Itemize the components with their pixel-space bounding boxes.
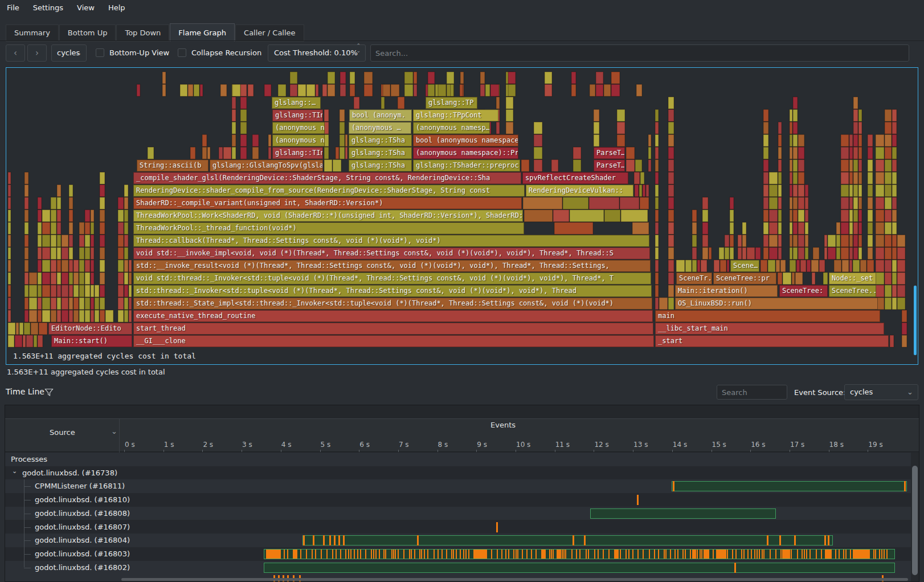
timeline-span-bar[interactable] — [302, 535, 833, 546]
flame-frame[interactable]: std::thread::_Invoker<std::tuple<void (*… — [133, 285, 652, 297]
flame-frame[interactable]: RenderingDevice::shader_compile_from_sou… — [133, 185, 525, 197]
flame-frame[interactable]: (anonymous namesp… — [413, 122, 490, 134]
source-column-header[interactable]: Source — [50, 428, 75, 437]
spin-up-icon[interactable]: ⌃⌄ — [356, 43, 361, 54]
timeline-row[interactable]: godot.linuxbsd. (#16807) — [5, 520, 911, 534]
flame-frame[interactable]: SceneTr.. — [676, 272, 712, 284]
timeline-row-label[interactable]: godot.linuxbsd. (#16807) — [35, 523, 130, 531]
flame-frame[interactable]: spvReflectCreateShader — [522, 172, 628, 184]
flame-frame[interactable]: Thread::callback(Thread*, Thread::Settin… — [133, 235, 649, 247]
forward-button[interactable]: › — [27, 44, 47, 62]
sort-chevron-icon[interactable]: ⌄ — [111, 427, 117, 436]
filter-icon[interactable] — [44, 388, 54, 397]
flame-frame[interactable]: Main::iteration() — [675, 285, 778, 297]
timeline-row-label[interactable]: godot.linuxbsd. (#16802) — [35, 563, 130, 572]
flame-frame[interactable]: glslang::TInte — [272, 109, 323, 121]
horizontal-scrollbar-thumb[interactable] — [121, 578, 908, 581]
flame-frame[interactable]: RenderingDeviceVulkan:: — [526, 185, 633, 197]
timeline-row[interactable]: godot.linuxbsd. (#16802) — [5, 561, 911, 575]
flame-frame[interactable]: Main::start() — [51, 335, 132, 347]
bottom-up-checkbox[interactable] — [96, 48, 104, 57]
flame-frame[interactable]: __libc_start_main — [655, 323, 884, 335]
flame-frame[interactable]: ParseT… — [594, 147, 625, 159]
flame-frame[interactable]: OS_LinuxBSD::run() — [675, 298, 878, 310]
timeline-span-bar[interactable] — [672, 481, 907, 491]
menu-item-file[interactable]: File — [0, 0, 26, 15]
flame-frame[interactable]: Node::_set — [829, 272, 876, 284]
flame-frame[interactable]: glslang::TPpCont — [413, 109, 498, 121]
flame-frame[interactable]: execute_native_thread_routine — [133, 310, 653, 322]
menu-item-settings[interactable]: Settings — [26, 0, 70, 15]
tab-flame-graph[interactable]: Flame Graph — [170, 23, 235, 42]
flame-frame[interactable]: glslang::… — [272, 97, 321, 109]
timeline-row[interactable]: godot.linuxbsd. (#16803) — [5, 547, 911, 561]
tab-top-down[interactable]: Top Down — [116, 25, 169, 42]
flame-frame[interactable]: String::ascii(b — [137, 160, 208, 172]
flame-frame[interactable]: glslang::GlslangToSpv(glslar — [210, 160, 323, 172]
timeline-row-label[interactable]: godot.linuxbsd. (#16738) — [22, 469, 117, 477]
flame-frame[interactable]: (anonymous na… — [272, 122, 325, 134]
flame-frame[interactable]: bool (anonymous namespace — [413, 135, 518, 146]
back-button[interactable]: ‹ — [6, 44, 25, 62]
timeline-row-label[interactable]: Processes — [11, 455, 47, 463]
timeline-span-bar[interactable] — [264, 563, 895, 573]
menu-item-help[interactable]: Help — [101, 0, 132, 15]
timeline-span-bar[interactable] — [590, 508, 776, 519]
timeline-row-label[interactable]: godot.linuxbsd. (#16808) — [35, 509, 130, 518]
timeline-search-input[interactable] — [717, 385, 787, 400]
flame-frame[interactable]: main — [655, 310, 880, 322]
vertical-scrollbar-thumb[interactable] — [912, 466, 918, 575]
flame-frame[interactable]: SceneTree.. — [829, 285, 876, 297]
tab-summary[interactable]: Summary — [6, 25, 59, 42]
flame-frame[interactable]: __GI___clone — [133, 335, 654, 347]
flame-frame[interactable]: _start — [655, 335, 889, 347]
timeline-row-label[interactable]: CPMMListener (#16811) — [35, 482, 125, 490]
flamegraph-search-input[interactable] — [370, 44, 909, 62]
timeline-row[interactable]: godot.linuxbsd. (#16738)⌄ — [5, 466, 911, 480]
flame-frame[interactable]: (anonymous … — [349, 122, 411, 134]
flame-frame[interactable]: std::__invoke_result<void (*)(Thread*, T… — [133, 260, 651, 272]
cost-threshold-spinbox[interactable]: Cost Threshold: 0.10% ⌃⌄ — [268, 44, 366, 62]
flame-frame[interactable]: SceneTree::pr — [713, 272, 776, 284]
expander-chevron-icon[interactable]: ⌄ — [12, 467, 17, 475]
timeline-row[interactable]: godot.linuxbsd. (#16810) — [5, 493, 911, 507]
timeline-row[interactable]: CPMMListener (#16811) — [5, 479, 911, 493]
menu-item-view[interactable]: View — [70, 0, 101, 15]
timeline-row-label[interactable]: godot.linuxbsd. (#16803) — [35, 550, 130, 558]
flame-scrollbar[interactable] — [914, 286, 917, 355]
flame-frame[interactable]: glslang::TSha — [349, 160, 412, 172]
flame-frame[interactable]: Scene… — [730, 260, 759, 272]
flame-frame[interactable]: _compile_shader_glsl(RenderingDevice::Sh… — [133, 172, 521, 184]
flame-frame[interactable]: (anonymous namespace)::Pr — [413, 147, 518, 159]
flame-frame[interactable]: (anonymous na… — [272, 135, 325, 146]
flame-frame[interactable]: glslang::TSha — [349, 147, 412, 159]
event-source-combo[interactable]: cycles ⌄ — [844, 384, 918, 400]
flame-frame[interactable]: bool (anonym. — [349, 109, 412, 121]
flame-frame[interactable]: ShaderRD::_compile_variant(unsigned int,… — [133, 197, 522, 209]
flame-frame[interactable]: std::thread::_State_impl<std::thread::_I… — [133, 298, 652, 310]
timeline-row[interactable]: godot.linuxbsd. (#16808) — [5, 507, 911, 520]
flame-frame[interactable]: SceneTree: — [779, 285, 828, 297]
timeline-row-label[interactable]: godot.linuxbsd. (#16810) — [35, 495, 130, 504]
tab-caller-callee[interactable]: Caller / Callee — [235, 25, 304, 42]
tab-bottom-up[interactable]: Bottom Up — [59, 25, 116, 42]
flame-frame[interactable]: glslang::TInte — [272, 147, 323, 159]
flame-frame[interactable]: start_thread — [133, 323, 653, 335]
timeline-row[interactable]: Processes — [5, 453, 911, 466]
flame-frame[interactable]: ThreadWorkPool::_thread_function(void*) — [133, 222, 524, 234]
collapse-recursion-checkbox[interactable] — [178, 48, 186, 57]
events-column-header[interactable]: Events — [490, 421, 516, 429]
timeline-row-label[interactable]: godot.linuxbsd. (#16804) — [35, 536, 130, 544]
flame-frame[interactable]: void std::thread::_Invoker<std::tuple<vo… — [133, 272, 651, 284]
flame-frame[interactable]: glslang::TP — [426, 97, 477, 109]
cost-type-combo[interactable]: cycles ⌄ — [51, 44, 87, 62]
flame-frame[interactable]: glslang::TSha — [349, 135, 412, 146]
flame-frame[interactable]: ThreadWorkPool::Work<ShaderRD, void (Sha… — [133, 210, 523, 222]
flame-frame[interactable]: EditorNode::Edito — [48, 323, 132, 335]
timeline-row[interactable]: godot.linuxbsd. (#16804) — [5, 534, 911, 547]
time-tick-mark — [359, 450, 359, 452]
flame-frame[interactable]: ParseT… — [594, 160, 625, 172]
flame-frame[interactable]: glslang::TShader::preproc — [413, 160, 520, 172]
flame-graph[interactable]: Main::start()__GI___clone_startEditorNod… — [6, 67, 918, 365]
flame-frame[interactable]: void std::__invoke_impl<void, void (*)(T… — [133, 247, 650, 259]
